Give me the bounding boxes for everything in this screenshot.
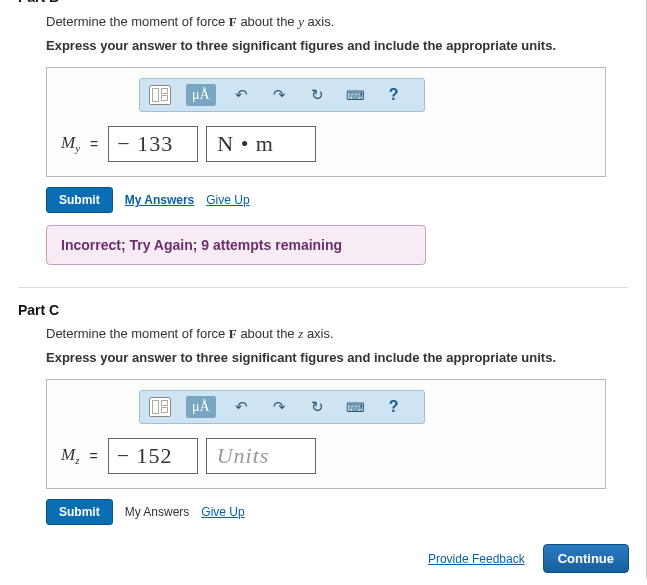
- reset-icon[interactable]: ↻: [306, 396, 330, 418]
- reset-icon[interactable]: ↻: [306, 84, 330, 106]
- symbols-button[interactable]: μÅ: [186, 84, 216, 106]
- partC-instruction: Express your answer to three significant…: [46, 350, 628, 365]
- undo-icon[interactable]: ↶: [230, 396, 254, 418]
- partB-instruction: Express your answer to three significant…: [46, 38, 628, 53]
- help-icon[interactable]: ?: [382, 396, 406, 418]
- redo-icon[interactable]: ↷: [268, 396, 292, 418]
- partB-prompt: Determine the moment of force F about th…: [46, 14, 628, 30]
- keyboard-icon[interactable]: ⌨: [344, 84, 368, 106]
- partC-prompt: Determine the moment of force F about th…: [46, 326, 628, 342]
- partB-my-answers-link[interactable]: My Answers: [125, 193, 195, 207]
- partC-units-input[interactable]: Units: [206, 438, 316, 474]
- text: Determine the moment of force: [46, 14, 229, 29]
- partC-answer-box: μÅ ↶ ↷ ↻ ⌨ ? Mz = − 152 Units: [46, 379, 606, 489]
- keyboard-icon[interactable]: ⌨: [344, 396, 368, 418]
- partC-heading: Part C: [18, 302, 628, 318]
- partB-answer-box: μÅ ↶ ↷ ↻ ⌨ ? My = − 133 N • m: [46, 67, 606, 177]
- equals: =: [89, 448, 97, 464]
- partC-submit-button[interactable]: Submit: [46, 499, 113, 525]
- partC-variable: Mz: [61, 445, 79, 466]
- force-var: F: [229, 14, 237, 29]
- help-icon[interactable]: ?: [382, 84, 406, 106]
- partB-give-up-link[interactable]: Give Up: [206, 193, 249, 207]
- partB-toolbar: μÅ ↶ ↷ ↻ ⌨ ?: [139, 78, 425, 112]
- templates-icon[interactable]: [148, 396, 172, 418]
- partB-submit-button[interactable]: Submit: [46, 187, 113, 213]
- redo-icon[interactable]: ↷: [268, 84, 292, 106]
- partB-heading: Part B: [18, 0, 628, 6]
- text: axis.: [304, 14, 334, 29]
- continue-button[interactable]: Continue: [543, 544, 629, 573]
- provide-feedback-link[interactable]: Provide Feedback: [428, 552, 525, 566]
- partB-units-input[interactable]: N • m: [206, 126, 316, 162]
- text: Determine the moment of force: [46, 326, 229, 341]
- undo-icon[interactable]: ↶: [230, 84, 254, 106]
- templates-icon[interactable]: [148, 84, 172, 106]
- partB-feedback: Incorrect; Try Again; 9 attempts remaini…: [46, 225, 426, 265]
- partC-toolbar: μÅ ↶ ↷ ↻ ⌨ ?: [139, 390, 425, 424]
- text: about the: [237, 14, 298, 29]
- partC-give-up-link[interactable]: Give Up: [201, 505, 244, 519]
- divider: [18, 287, 628, 288]
- text: axis.: [303, 326, 333, 341]
- partB-value-input[interactable]: − 133: [108, 126, 198, 162]
- symbols-button[interactable]: μÅ: [186, 396, 216, 418]
- text: about the: [237, 326, 298, 341]
- equals: =: [90, 136, 98, 152]
- force-var: F: [229, 326, 237, 341]
- partC-value-input[interactable]: − 152: [108, 438, 198, 474]
- partB-variable: My: [61, 133, 80, 154]
- partC-my-answers-text: My Answers: [125, 505, 190, 519]
